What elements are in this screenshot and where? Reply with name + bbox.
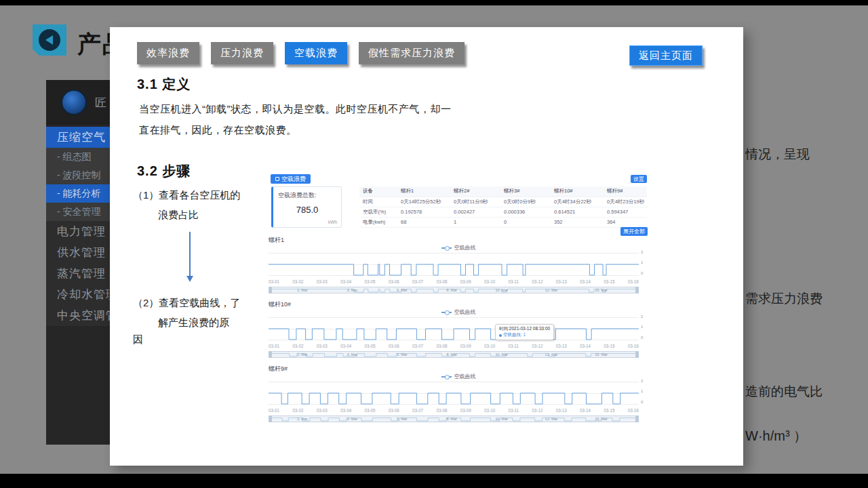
return-home-button[interactable]: 返回主页面 (629, 45, 703, 66)
table-header-cell: 螺杆9# (604, 186, 647, 197)
tab-压力浪费[interactable]: 压力浪费 (211, 42, 273, 64)
y-axis-tick: 0 (641, 400, 643, 404)
y-axis-tick: 1 (641, 260, 643, 264)
table-cell: 68 (397, 217, 450, 227)
presentation-stage: 产品 匠 压缩空气- 组态图- 波段控制- 能耗分析- 安全管理电力管理供水管理… (0, 0, 868, 488)
x-axis-tick: 03-13 (556, 344, 567, 350)
x-axis-tick: 03-12 (532, 344, 542, 350)
slider-date-label: 15. Mar (595, 417, 608, 421)
dashboard-badge: 空载浪费 (271, 174, 311, 184)
back-arrow-icon[interactable] (33, 24, 66, 56)
step-1-line-2: 浪费占比 (133, 205, 240, 224)
tab-效率浪费[interactable]: 效率浪费 (137, 42, 199, 64)
x-axis-tick: 03-06 (389, 279, 399, 285)
slider-date-label: 8. Mar (446, 417, 457, 421)
x-axis-tick: 03-07 (412, 279, 423, 285)
x-axis-tick: 03-01 (269, 279, 279, 285)
waste-type-tabs: 效率浪费压力浪费空载浪费假性需求压力浪费 (137, 42, 465, 64)
x-axis-labels: 03-0103-0203-0303-0403-0503-0603-0703-08… (269, 279, 639, 285)
chart-legend[interactable]: 空载曲线 (269, 244, 648, 251)
slider-date-label: 5. Mar (397, 352, 408, 357)
dashboard-screenshot: 空载浪费 设置 空载浪费总数: 785.0 kWh 设备螺杆1螺杆2#螺杆3#螺… (269, 174, 648, 427)
chart-tooltip: 时间:2021-03-12 08:33:00空载曲线: 1 (495, 324, 554, 340)
dashboard-badge-label: 空载浪费 (281, 175, 306, 184)
logo-icon (61, 89, 87, 115)
content-panel: 效率浪费压力浪费空载浪费假性需求压力浪费 返回主页面 3.1 定义 当空压机进入… (110, 27, 743, 466)
x-axis-tick: 03-02 (292, 408, 303, 414)
table-cell: 0.594347 (604, 207, 647, 217)
table-cell: 1 (450, 217, 500, 227)
table-cell: 空载率(%) (359, 207, 397, 217)
series-dot-icon (499, 334, 502, 337)
chart-section: 螺杆9#空载曲线21003-0103-0203-0303-0403-0503-0… (269, 365, 648, 422)
x-axis-tick: 03-14 (580, 344, 591, 350)
steps-heading: 3.2 步骤 (137, 162, 191, 180)
step-2-line-3: 因 (133, 333, 143, 346)
chart-title: 螺杆1 (269, 236, 648, 244)
table-cell: 0天0时0分9秒 (500, 197, 551, 207)
step-1-line-1: （1）查看各台空压机的 (133, 185, 240, 205)
expand-all-button[interactable]: 展开全部 (620, 227, 648, 236)
stat-unit: kWh (328, 220, 337, 224)
slider-date-label: 5. Mar (397, 288, 408, 292)
background-text: 造前的电气比 (745, 383, 823, 401)
panel-icon (275, 177, 279, 181)
x-axis-tick: 03-03 (317, 279, 328, 285)
x-axis-tick: 03-12 (532, 279, 542, 285)
table-cell: 0.192578 (397, 207, 450, 217)
legend-line-icon (441, 376, 452, 378)
step-2-line-1: （2）查看空载曲线，了 (133, 293, 240, 312)
datazoom-slider[interactable]: 1. Mar3. Mar5. Mar8. Mar10. Mar12. Mar15… (269, 415, 639, 422)
x-axis-tick: 03-08 (436, 279, 447, 285)
x-axis-tick: 03-15 (604, 344, 614, 350)
definition-line-1: 当空压机进入“卸载”状态，即认为是空载。此时空压机不产气，却一 (139, 98, 452, 119)
chart-plot-area: 210时间:2021-03-12 08:33:00空载曲线: 1 (269, 316, 639, 343)
background-text: 需求压力浪费 (745, 290, 823, 308)
tab-假性需求压力浪费[interactable]: 假性需求压力浪费 (359, 42, 465, 64)
slider-date-label: 15. Mar (595, 352, 608, 357)
x-axis-tick: 03-05 (364, 344, 375, 350)
x-axis-tick: 03-15 (604, 408, 614, 414)
step-1: （1）查看各台空压机的 浪费占比 (133, 185, 240, 224)
x-axis-tick: 03-14 (580, 279, 591, 285)
table-cell: 0.000336 (500, 207, 551, 217)
x-axis-tick: 03-05 (364, 408, 375, 414)
chart-legend[interactable]: 空载曲线 (269, 308, 648, 316)
tab-空载浪费[interactable]: 空载浪费 (285, 42, 347, 64)
chart-legend[interactable]: 空载曲线 (269, 373, 648, 380)
legend-label: 空载曲线 (454, 373, 476, 380)
x-axis-labels: 03-0103-0203-0303-0403-0503-0603-0703-08… (269, 344, 639, 350)
step-2: （2）查看空载曲线，了 解产生浪费的原 (133, 293, 240, 332)
chart-title: 螺杆9# (269, 365, 648, 373)
y-axis-tick: 2 (641, 250, 643, 254)
table-cell: 352 (551, 217, 604, 227)
stat-value: 785.0 (273, 205, 341, 215)
table-cell: 364 (604, 217, 647, 227)
chart-title: 螺杆10# (269, 300, 648, 308)
x-axis-tick: 03-03 (317, 408, 328, 414)
x-axis-tick: 03-15 (604, 279, 614, 285)
compressor-table: 设备螺杆1螺杆2#螺杆3#螺杆10#螺杆9#时间0天14时25分52秒0天0时1… (359, 186, 647, 228)
tooltip-value-text: 空载曲线: 1 (503, 332, 526, 338)
x-axis-tick: 03-06 (389, 408, 399, 414)
left-triangle-icon (45, 35, 53, 45)
x-axis-tick: 03-04 (340, 279, 351, 285)
slider-date-label: 12. Mar (545, 352, 558, 357)
idle-curve-charts: 螺杆1空载曲线21003-0103-0203-0303-0403-0503-06… (269, 236, 648, 429)
slider-date-label: 10. Mar (495, 417, 508, 421)
x-axis-tick: 03-04 (340, 344, 351, 350)
table-header-cell: 设备 (359, 186, 397, 197)
idle-waste-total-card: 空载浪费总数: 785.0 kWh (271, 186, 342, 228)
slider-date-label: 1. Mar (297, 352, 308, 357)
datazoom-slider[interactable]: 1. Mar3. Mar5. Mar8. Mar10. Mar12. Mar15… (269, 351, 639, 358)
settings-button[interactable]: 设置 (631, 175, 647, 183)
table-header-cell: 螺杆10# (551, 186, 604, 197)
x-axis-tick: 03-07 (412, 344, 423, 350)
x-axis-tick: 03-03 (317, 344, 328, 350)
legend-line-icon (441, 312, 452, 313)
x-axis-tick: 03-08 (436, 408, 447, 414)
x-axis-tick: 03-13 (556, 408, 567, 414)
datazoom-slider[interactable]: 1. Mar3. Mar5. Mar8. Mar10. Mar12. Mar15… (269, 287, 639, 293)
x-axis-tick: 03-07 (412, 408, 423, 414)
y-axis-tick: 1 (641, 389, 643, 393)
